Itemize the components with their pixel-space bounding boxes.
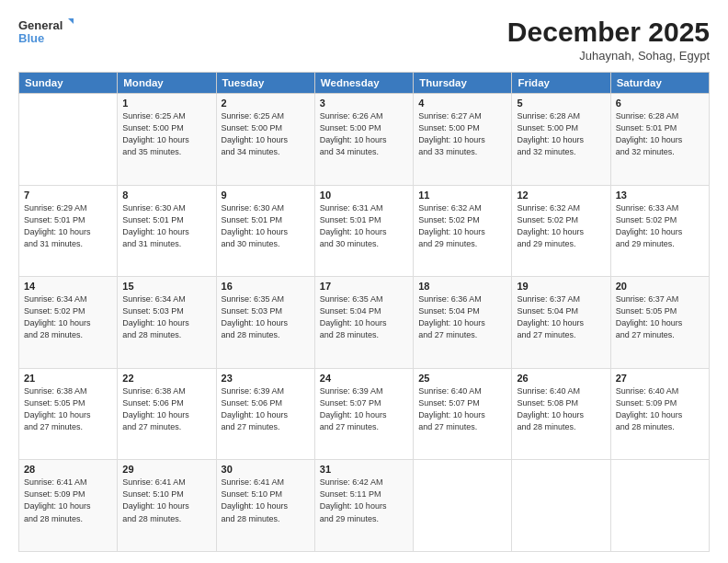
calendar-cell: 26Sunrise: 6:40 AMSunset: 5:08 PMDayligh… <box>512 368 610 460</box>
cell-text: Sunrise: 6:36 AMSunset: 5:04 PMDaylight:… <box>418 293 506 341</box>
calendar-week-row: 7Sunrise: 6:29 AMSunset: 5:01 PMDaylight… <box>19 185 710 277</box>
weekday-header: Friday <box>512 73 610 94</box>
day-number: 17 <box>320 281 408 292</box>
calendar-cell <box>610 460 709 552</box>
calendar-cell: 20Sunrise: 6:37 AMSunset: 5:05 PMDayligh… <box>610 277 709 369</box>
day-number: 6 <box>616 98 704 109</box>
weekday-header: Tuesday <box>216 73 314 94</box>
cell-text: Sunrise: 6:34 AMSunset: 5:02 PMDaylight:… <box>24 293 112 341</box>
location: Juhaynah, Sohag, Egypt <box>507 49 710 63</box>
cell-text: Sunrise: 6:30 AMSunset: 5:01 PMDaylight:… <box>222 202 310 250</box>
calendar-cell: 31Sunrise: 6:42 AMSunset: 5:11 PMDayligh… <box>314 460 413 552</box>
calendar-week-row: 28Sunrise: 6:41 AMSunset: 5:09 PMDayligh… <box>19 460 710 552</box>
day-number: 5 <box>517 98 605 109</box>
month-title: December 2025 <box>507 17 710 47</box>
calendar-cell: 18Sunrise: 6:36 AMSunset: 5:04 PMDayligh… <box>414 277 512 369</box>
calendar-cell: 5Sunrise: 6:28 AMSunset: 5:00 PMDaylight… <box>512 94 610 186</box>
cell-text: Sunrise: 6:25 AMSunset: 5:00 PMDaylight:… <box>222 110 310 158</box>
calendar-cell: 15Sunrise: 6:34 AMSunset: 5:03 PMDayligh… <box>118 277 216 369</box>
calendar-cell: 28Sunrise: 6:41 AMSunset: 5:09 PMDayligh… <box>19 460 118 552</box>
day-number: 15 <box>122 281 210 292</box>
cell-text: Sunrise: 6:37 AMSunset: 5:05 PMDaylight:… <box>616 293 704 341</box>
calendar-cell: 6Sunrise: 6:28 AMSunset: 5:01 PMDaylight… <box>610 94 709 186</box>
cell-text: Sunrise: 6:35 AMSunset: 5:03 PMDaylight:… <box>222 293 310 341</box>
title-block: December 2025 Juhaynah, Sohag, Egypt <box>507 17 710 63</box>
cell-text: Sunrise: 6:38 AMSunset: 5:05 PMDaylight:… <box>24 385 112 433</box>
svg-text:General: General <box>18 18 63 32</box>
day-number: 29 <box>122 464 210 475</box>
svg-text:Blue: Blue <box>18 31 44 45</box>
page: General Blue December 2025 Juhaynah, Soh… <box>0 0 728 563</box>
calendar-cell: 4Sunrise: 6:27 AMSunset: 5:00 PMDaylight… <box>414 94 512 186</box>
day-number: 9 <box>222 190 310 201</box>
calendar-cell: 3Sunrise: 6:26 AMSunset: 5:00 PMDaylight… <box>314 94 413 186</box>
day-number: 23 <box>222 373 310 384</box>
day-number: 18 <box>418 281 506 292</box>
calendar-header: SundayMondayTuesdayWednesdayThursdayFrid… <box>19 73 710 94</box>
day-number: 2 <box>222 98 310 109</box>
calendar-cell: 13Sunrise: 6:33 AMSunset: 5:02 PMDayligh… <box>610 185 709 277</box>
weekday-header: Saturday <box>610 73 709 94</box>
calendar-cell: 11Sunrise: 6:32 AMSunset: 5:02 PMDayligh… <box>414 185 512 277</box>
day-number: 10 <box>320 190 408 201</box>
header-row: SundayMondayTuesdayWednesdayThursdayFrid… <box>19 73 710 94</box>
cell-text: Sunrise: 6:28 AMSunset: 5:01 PMDaylight:… <box>616 110 704 158</box>
day-number: 28 <box>24 464 112 475</box>
cell-text: Sunrise: 6:34 AMSunset: 5:03 PMDaylight:… <box>122 293 210 341</box>
calendar-cell: 24Sunrise: 6:39 AMSunset: 5:07 PMDayligh… <box>314 368 413 460</box>
calendar-cell: 27Sunrise: 6:40 AMSunset: 5:09 PMDayligh… <box>610 368 709 460</box>
day-number: 12 <box>517 190 605 201</box>
weekday-header: Monday <box>118 73 216 94</box>
cell-text: Sunrise: 6:33 AMSunset: 5:02 PMDaylight:… <box>616 202 704 250</box>
cell-text: Sunrise: 6:26 AMSunset: 5:00 PMDaylight:… <box>320 110 408 158</box>
cell-text: Sunrise: 6:29 AMSunset: 5:01 PMDaylight:… <box>24 202 112 250</box>
day-number: 19 <box>517 281 605 292</box>
calendar-cell <box>414 460 512 552</box>
cell-text: Sunrise: 6:40 AMSunset: 5:08 PMDaylight:… <box>517 385 605 433</box>
cell-text: Sunrise: 6:38 AMSunset: 5:06 PMDaylight:… <box>122 385 210 433</box>
cell-text: Sunrise: 6:39 AMSunset: 5:06 PMDaylight:… <box>222 385 310 433</box>
calendar-cell: 29Sunrise: 6:41 AMSunset: 5:10 PMDayligh… <box>118 460 216 552</box>
logo: General Blue <box>18 17 74 48</box>
calendar-cell: 8Sunrise: 6:30 AMSunset: 5:01 PMDaylight… <box>118 185 216 277</box>
cell-text: Sunrise: 6:28 AMSunset: 5:00 PMDaylight:… <box>517 110 605 158</box>
cell-text: Sunrise: 6:40 AMSunset: 5:07 PMDaylight:… <box>418 385 506 433</box>
calendar-cell: 25Sunrise: 6:40 AMSunset: 5:07 PMDayligh… <box>414 368 512 460</box>
calendar-cell: 21Sunrise: 6:38 AMSunset: 5:05 PMDayligh… <box>19 368 118 460</box>
cell-text: Sunrise: 6:35 AMSunset: 5:04 PMDaylight:… <box>320 293 408 341</box>
cell-text: Sunrise: 6:41 AMSunset: 5:10 PMDaylight:… <box>122 477 210 524</box>
day-number: 13 <box>616 190 704 201</box>
calendar-cell: 19Sunrise: 6:37 AMSunset: 5:04 PMDayligh… <box>512 277 610 369</box>
calendar-cell: 16Sunrise: 6:35 AMSunset: 5:03 PMDayligh… <box>216 277 314 369</box>
svg-marker-2 <box>68 18 74 26</box>
day-number: 7 <box>24 190 112 201</box>
calendar-cell: 23Sunrise: 6:39 AMSunset: 5:06 PMDayligh… <box>216 368 314 460</box>
day-number: 25 <box>418 373 506 384</box>
calendar-cell: 1Sunrise: 6:25 AMSunset: 5:00 PMDaylight… <box>118 94 216 186</box>
cell-text: Sunrise: 6:32 AMSunset: 5:02 PMDaylight:… <box>517 202 605 250</box>
calendar-cell <box>19 94 118 186</box>
calendar-body: 1Sunrise: 6:25 AMSunset: 5:00 PMDaylight… <box>19 94 710 552</box>
cell-text: Sunrise: 6:42 AMSunset: 5:11 PMDaylight:… <box>320 477 408 524</box>
calendar-cell: 14Sunrise: 6:34 AMSunset: 5:02 PMDayligh… <box>19 277 118 369</box>
day-number: 24 <box>320 373 408 384</box>
day-number: 26 <box>517 373 605 384</box>
cell-text: Sunrise: 6:27 AMSunset: 5:00 PMDaylight:… <box>418 110 506 158</box>
day-number: 4 <box>418 98 506 109</box>
calendar-week-row: 21Sunrise: 6:38 AMSunset: 5:05 PMDayligh… <box>19 368 710 460</box>
day-number: 31 <box>320 464 408 475</box>
cell-text: Sunrise: 6:31 AMSunset: 5:01 PMDaylight:… <box>320 202 408 250</box>
cell-text: Sunrise: 6:30 AMSunset: 5:01 PMDaylight:… <box>122 202 210 250</box>
cell-text: Sunrise: 6:41 AMSunset: 5:09 PMDaylight:… <box>24 477 112 524</box>
day-number: 11 <box>418 190 506 201</box>
calendar-cell: 30Sunrise: 6:41 AMSunset: 5:10 PMDayligh… <box>216 460 314 552</box>
calendar-cell: 10Sunrise: 6:31 AMSunset: 5:01 PMDayligh… <box>314 185 413 277</box>
day-number: 27 <box>616 373 704 384</box>
day-number: 16 <box>222 281 310 292</box>
calendar-cell: 7Sunrise: 6:29 AMSunset: 5:01 PMDaylight… <box>19 185 118 277</box>
day-number: 3 <box>320 98 408 109</box>
cell-text: Sunrise: 6:40 AMSunset: 5:09 PMDaylight:… <box>616 385 704 433</box>
calendar-cell: 9Sunrise: 6:30 AMSunset: 5:01 PMDaylight… <box>216 185 314 277</box>
logo-svg: General Blue <box>18 17 74 48</box>
weekday-header: Wednesday <box>314 73 413 94</box>
